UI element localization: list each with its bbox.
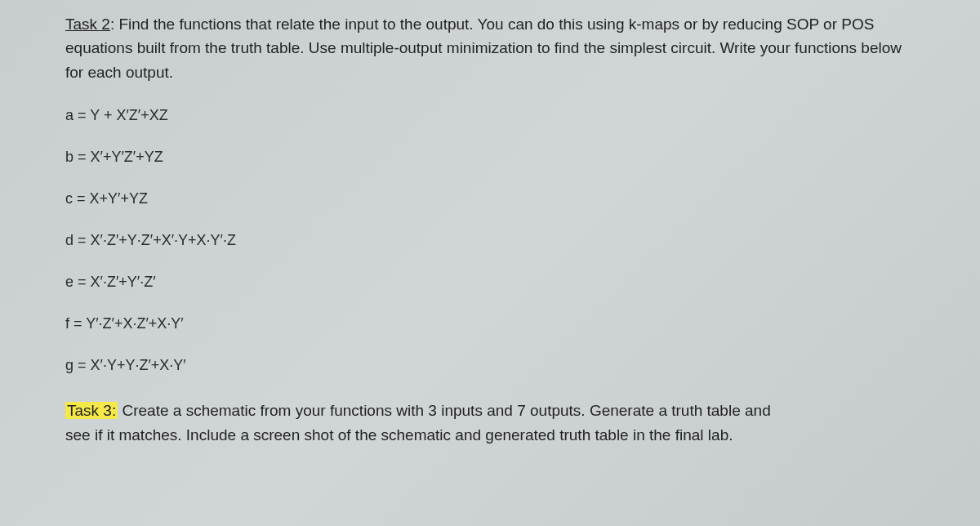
equation-f: f = Y′·Z′+X·Z′+X·Y′ bbox=[65, 315, 915, 332]
task2-header: Task 2: Find the functions that relate t… bbox=[65, 12, 915, 84]
task3-container: Task 3: Create a schematic from your fun… bbox=[65, 399, 915, 447]
task3-line2: see if it matches. Include a screen shot… bbox=[65, 423, 915, 447]
equation-g: g = X′·Y+Y·Z′+X·Y′ bbox=[65, 357, 915, 374]
equation-b: b = X′+Y′Z′+YZ bbox=[65, 149, 915, 166]
equation-d: d = X′·Z′+Y·Z′+X′·Y+X·Y′·Z bbox=[65, 232, 915, 249]
task3-line1: Task 3: Create a schematic from your fun… bbox=[65, 399, 915, 422]
equation-e: e = X′·Z′+Y′·Z′ bbox=[65, 274, 915, 291]
task3-description-part1: Create a schematic from your functions w… bbox=[118, 402, 771, 419]
task2-description: : Find the functions that relate the inp… bbox=[65, 16, 902, 81]
equation-a: a = Y + X′Z′+XZ bbox=[65, 107, 915, 124]
task3-label-highlighted: Task 3: bbox=[65, 402, 118, 419]
equation-c: c = X+Y′+YZ bbox=[65, 190, 915, 207]
task2-label: Task 2 bbox=[65, 16, 110, 33]
